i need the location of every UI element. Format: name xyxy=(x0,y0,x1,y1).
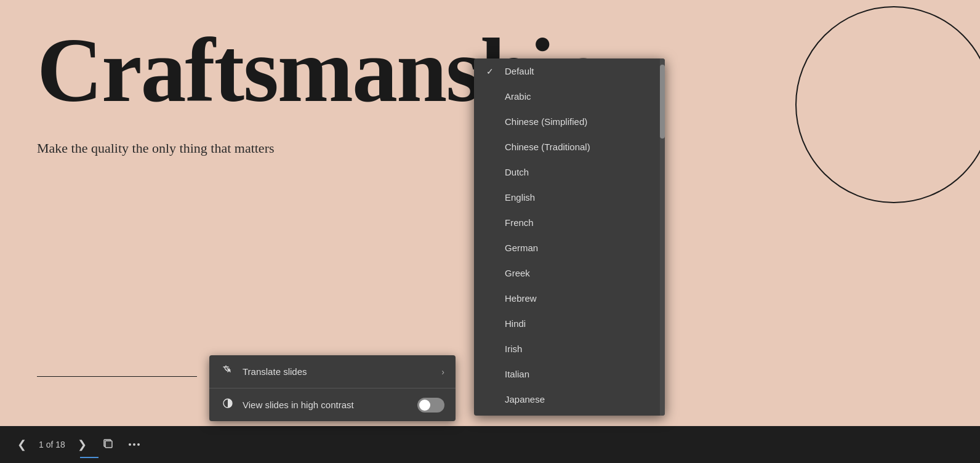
translate-arrow-icon: › xyxy=(441,367,444,377)
translate-icon xyxy=(220,364,235,379)
language-item[interactable]: ✓Default xyxy=(474,58,665,84)
more-icon xyxy=(129,443,140,446)
language-item[interactable]: German xyxy=(474,235,665,260)
language-dropdown: ✓DefaultArabicChinese (Simplified)Chines… xyxy=(474,58,665,416)
toggle-knob xyxy=(419,400,430,411)
lang-label-text: Irish xyxy=(505,344,653,354)
contrast-icon xyxy=(220,397,235,413)
language-item[interactable]: Italian xyxy=(474,361,665,387)
lang-label-text: Japanese xyxy=(505,394,653,405)
lang-label-text: Default xyxy=(505,66,653,76)
lang-label-text: English xyxy=(505,192,653,203)
language-item[interactable]: Irish xyxy=(474,336,665,361)
language-item[interactable]: English xyxy=(474,185,665,210)
lang-label-text: Dutch xyxy=(505,167,653,177)
more-options-button[interactable] xyxy=(124,440,145,449)
page-info: 1 of 18 xyxy=(36,440,68,449)
scrollbar-thumb xyxy=(660,65,665,139)
lang-label-text: French xyxy=(505,217,653,228)
language-item[interactable]: Hindi xyxy=(474,311,665,336)
high-contrast-item[interactable]: View slides in high contrast xyxy=(209,389,456,421)
next-button[interactable]: ❯ xyxy=(73,435,92,454)
language-item[interactable]: Hebrew xyxy=(474,286,665,311)
language-item[interactable]: Chinese (Simplified) xyxy=(474,109,665,134)
lang-label-text: Chinese (Traditional) xyxy=(505,142,653,152)
lang-label-text: German xyxy=(505,243,653,253)
high-contrast-label: View slides in high contrast xyxy=(243,400,410,410)
decorative-circle xyxy=(795,6,980,203)
language-item[interactable]: Greek xyxy=(474,260,665,286)
lang-label-text: Arabic xyxy=(505,91,653,102)
duplicate-slide-button[interactable] xyxy=(97,433,119,456)
decorative-line xyxy=(37,376,197,377)
lang-label-text: Hebrew xyxy=(505,293,653,304)
language-list: ✓DefaultArabicChinese (Simplified)Chines… xyxy=(474,58,665,412)
scrollbar[interactable] xyxy=(660,58,665,416)
nav-underline xyxy=(80,457,98,458)
language-item[interactable]: Arabic xyxy=(474,84,665,109)
language-item[interactable]: Dutch xyxy=(474,159,665,185)
duplicate-icon xyxy=(102,437,114,449)
lang-label-text: Italian xyxy=(505,369,653,379)
translate-slides-label: Translate slides xyxy=(243,366,434,377)
language-item[interactable]: Chinese (Traditional) xyxy=(474,134,665,159)
lang-check-icon: ✓ xyxy=(486,66,497,76)
context-menu: Translate slides › View slides in high c… xyxy=(209,355,456,421)
lang-label-text: Chinese (Simplified) xyxy=(505,116,653,127)
prev-button[interactable]: ❮ xyxy=(12,435,31,454)
bottom-toolbar: ❮ 1 of 18 ❯ xyxy=(0,426,980,463)
lang-label-text: Greek xyxy=(505,268,653,278)
lang-label-text: Hindi xyxy=(505,318,653,329)
translate-slides-item[interactable]: Translate slides › xyxy=(209,355,456,388)
high-contrast-toggle[interactable] xyxy=(417,398,444,413)
language-item[interactable]: Japanese xyxy=(474,387,665,412)
language-item[interactable]: French xyxy=(474,210,665,235)
svg-rect-1 xyxy=(105,441,112,448)
